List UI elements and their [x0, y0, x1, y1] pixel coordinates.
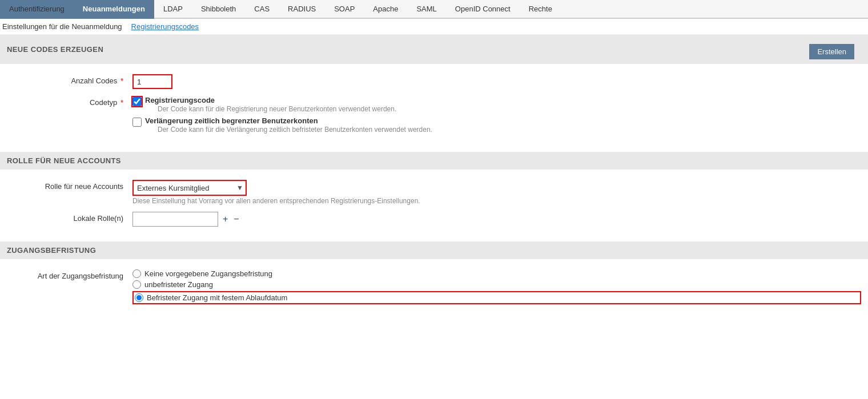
required-star-codetyp: * — [118, 98, 123, 107]
art-zugangsbefristung-control: Keine vorgegebene Zugangsbefristung unbe… — [132, 269, 861, 307]
rolle-accounts-label: Rolle für neue Accounts — [7, 180, 132, 191]
tab-shibboleth[interactable]: Shibboleth — [192, 0, 245, 18]
neue-codes-form: Anzahl Codes * Codetyp * Registrierungsc… — [0, 64, 868, 147]
anzahl-codes-row: Anzahl Codes * — [0, 71, 868, 92]
tab-rechte[interactable]: Rechte — [520, 0, 561, 18]
radio-unbefristet-label: unbefristeter Zugang — [144, 280, 213, 289]
lokale-rolle-add-button[interactable]: + — [222, 215, 229, 224]
subnav-registrierungscodes[interactable]: Registrierungscodes — [131, 22, 199, 31]
zugangsbefristung-section: ZUGANGSBEFRISTUNG Art der Zugangsbefrist… — [0, 241, 868, 317]
rolle-section: ROLLE FÜR NEUE ACCOUNTS Rolle für neue A… — [0, 152, 868, 237]
rolle-accounts-row: Rolle für neue Accounts Externes Kursmit… — [0, 176, 868, 208]
anzahl-codes-control — [132, 74, 861, 89]
rolle-title: ROLLE FÜR NEUE ACCOUNTS — [7, 156, 861, 165]
tab-saml[interactable]: SAML — [407, 0, 445, 18]
tab-ldap[interactable]: LDAP — [154, 0, 192, 18]
zugangsbefristung-title: ZUGANGSBEFRISTUNG — [7, 246, 861, 255]
lokale-rolle-input-row: + − — [132, 212, 861, 227]
checkbox-verlaengerung-label: Verlängerung zeitlich begrenzter Benutze… — [145, 116, 432, 125]
tab-cas[interactable]: CAS — [245, 0, 279, 18]
checkbox-registrierungscode-row: Registrierungscode Der Code kann für die… — [132, 96, 861, 113]
rolle-select-outer: Externes Kursmitglied Teilnehmer Moderat… — [132, 180, 247, 196]
required-star-anzahl: * — [118, 76, 123, 85]
neue-codes-header-row: NEUE CODES ERZEUGEN Erstellen — [0, 35, 868, 64]
anzahl-codes-label: Anzahl Codes * — [7, 74, 132, 85]
rolle-accounts-control: Externes Kursmitglied Teilnehmer Moderat… — [132, 180, 861, 205]
tab-radius[interactable]: RADIUS — [279, 0, 325, 18]
radio-befristet-label: Befristeter Zugang mit festem Ablaufdatu… — [147, 293, 287, 302]
rolle-info-text: Diese Einstellung hat Vorrang vor allen … — [132, 197, 861, 205]
radio-befristet[interactable] — [135, 293, 143, 302]
zugangsbefristung-form: Art der Zugangsbefristung Keine vorgegeb… — [0, 259, 868, 317]
art-zugangsbefristung-label: Art der Zugangsbefristung — [7, 269, 132, 280]
art-zugangsbefristung-row: Art der Zugangsbefristung Keine vorgegeb… — [0, 266, 868, 310]
sub-nav: Einstellungen für die Neuanmeldung Regis… — [0, 19, 868, 35]
radio-befristet-row: Befristeter Zugang mit festem Ablaufdatu… — [132, 291, 861, 304]
erstellen-button[interactable]: Erstellen — [809, 44, 854, 59]
zugangsbefristung-header-row: ZUGANGSBEFRISTUNG — [0, 241, 868, 259]
neue-codes-section: NEUE CODES ERZEUGEN Erstellen Anzahl Cod… — [0, 35, 868, 147]
checkbox-registrierungscode[interactable] — [132, 97, 142, 106]
rolle-form: Rolle für neue Accounts Externes Kursmit… — [0, 170, 868, 237]
lokale-rolle-row: Lokale Rolle(n) + − — [0, 208, 868, 230]
codetyp-row: Codetyp * Registrierungscode Der Code ka… — [0, 92, 868, 140]
checkbox-verlaengerung-row: Verlängerung zeitlich begrenzter Benutze… — [132, 116, 861, 134]
rolle-select[interactable]: Externes Kursmitglied Teilnehmer Moderat… — [132, 180, 247, 196]
rolle-header-row: ROLLE FÜR NEUE ACCOUNTS — [0, 152, 868, 170]
radio-unbefristet-row: unbefristeter Zugang — [132, 280, 861, 289]
tab-apache[interactable]: Apache — [364, 0, 407, 18]
tab-authentifizierung[interactable]: Authentifizierung — [0, 0, 74, 19]
rolle-select-wrapper: Externes Kursmitglied Teilnehmer Moderat… — [132, 180, 861, 196]
radio-keine-label: Keine vorgegebene Zugangsbefristung — [144, 269, 272, 278]
checkbox-registrierungscode-desc: Der Code kann für die Registrierung neue… — [158, 105, 396, 113]
checkbox-verlaengerung[interactable] — [132, 118, 142, 127]
radio-unbefristet[interactable] — [132, 280, 141, 289]
tab-openid-connect[interactable]: OpenID Connect — [446, 0, 520, 18]
checkbox-registrierungscode-label: Registrierungscode — [145, 96, 396, 104]
radio-keine-row: Keine vorgegebene Zugangsbefristung — [132, 269, 861, 278]
tab-soap[interactable]: SOAP — [325, 0, 364, 18]
subnav-einstellungen[interactable]: Einstellungen für die Neuanmeldung — [2, 22, 122, 31]
lokale-rolle-input[interactable] — [132, 212, 218, 227]
lokale-rolle-remove-button[interactable]: − — [232, 215, 240, 224]
checkbox-verlaengerung-desc: Der Code kann für die Verlängerung zeitl… — [158, 126, 432, 134]
radio-keine[interactable] — [132, 269, 141, 278]
codetyp-label: Codetyp * — [7, 96, 132, 107]
anzahl-codes-input[interactable] — [132, 74, 172, 89]
lokale-rolle-control: + − — [132, 212, 861, 227]
tab-neuanmeldungen[interactable]: Neuanmeldungen — [74, 0, 154, 19]
lokale-rolle-label: Lokale Rolle(n) — [7, 212, 132, 223]
nav-tabs: Authentifizierung Neuanmeldungen LDAP Sh… — [0, 0, 868, 19]
codetyp-control: Registrierungscode Der Code kann für die… — [132, 96, 861, 137]
neue-codes-title: NEUE CODES ERZEUGEN — [7, 45, 809, 54]
